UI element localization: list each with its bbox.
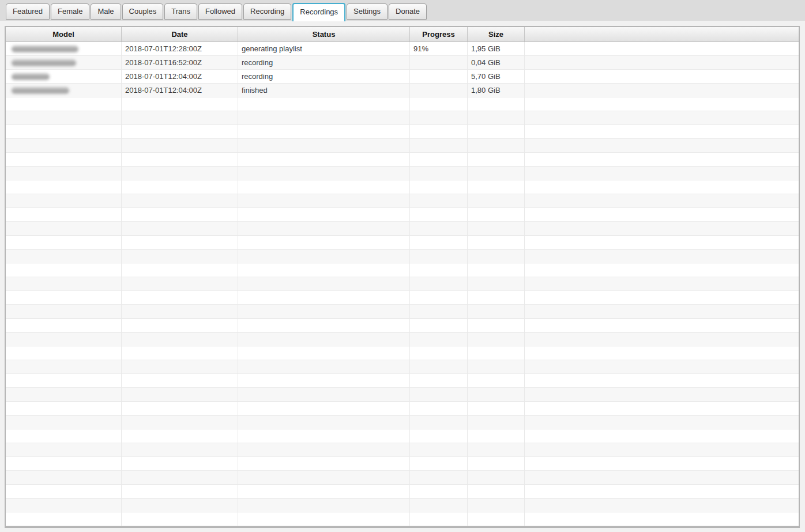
cell-size bbox=[468, 263, 525, 277]
cell-progress bbox=[410, 194, 468, 208]
model-name-redacted bbox=[12, 73, 50, 80]
cell-date: 2018-07-01T12:04:00Z bbox=[122, 70, 238, 84]
cell-model bbox=[6, 499, 122, 512]
cell-size bbox=[468, 250, 525, 263]
cell-model bbox=[6, 346, 122, 360]
tab-donate[interactable]: Donate bbox=[389, 3, 427, 20]
cell-progress bbox=[410, 429, 468, 443]
cell-filler bbox=[525, 443, 799, 457]
column-header-model[interactable]: Model bbox=[6, 27, 122, 41]
cell-date bbox=[122, 416, 238, 429]
cell-filler bbox=[525, 416, 799, 429]
cell-progress bbox=[410, 291, 468, 305]
cell-size bbox=[468, 291, 525, 305]
table-row-empty bbox=[6, 471, 799, 485]
cell-date bbox=[122, 319, 238, 333]
cell-date bbox=[122, 139, 238, 153]
cell-status bbox=[238, 485, 410, 499]
cell-model bbox=[6, 236, 122, 250]
tab-settings[interactable]: Settings bbox=[347, 3, 388, 20]
cell-date bbox=[122, 153, 238, 167]
cell-model bbox=[6, 263, 122, 277]
cell-model bbox=[6, 443, 122, 457]
table-row[interactable]: 2018-07-01T16:52:00Zrecording0,04 GiB bbox=[6, 56, 799, 70]
cell-filler bbox=[525, 388, 799, 402]
column-header-progress[interactable]: Progress bbox=[410, 27, 468, 41]
column-header-status[interactable]: Status bbox=[238, 27, 410, 41]
cell-status bbox=[238, 402, 410, 416]
cell-filler bbox=[525, 485, 799, 499]
cell-date bbox=[122, 125, 238, 139]
table-row-empty bbox=[6, 153, 799, 167]
cell-date bbox=[122, 111, 238, 125]
cell-progress bbox=[410, 471, 468, 485]
cell-model bbox=[6, 97, 122, 111]
cell-progress bbox=[410, 346, 468, 360]
cell-status bbox=[238, 180, 410, 194]
column-header-size[interactable]: Size bbox=[468, 27, 525, 41]
cell-filler bbox=[525, 236, 799, 250]
cell-filler bbox=[525, 125, 799, 139]
table-row-empty bbox=[6, 457, 799, 471]
cell-date bbox=[122, 236, 238, 250]
cell-filler bbox=[525, 167, 799, 180]
cell-progress bbox=[410, 263, 468, 277]
tab-recordings[interactable]: Recordings bbox=[292, 3, 345, 21]
model-name-redacted bbox=[12, 46, 78, 52]
tab-followed[interactable]: Followed bbox=[198, 3, 242, 20]
cell-size: 1,80 GiB bbox=[468, 84, 525, 97]
cell-size bbox=[468, 319, 525, 333]
cell-date bbox=[122, 250, 238, 263]
cell-progress bbox=[410, 153, 468, 167]
cell-size bbox=[468, 222, 525, 236]
tab-male[interactable]: Male bbox=[91, 3, 121, 20]
cell-status: generating playlist bbox=[238, 42, 410, 56]
cell-status bbox=[238, 499, 410, 512]
cell-status: recording bbox=[238, 70, 410, 84]
table-row-empty bbox=[6, 346, 799, 360]
recordings-tab-content: ModelDateStatusProgressSize 2018-07-01T1… bbox=[0, 21, 805, 528]
cell-date bbox=[122, 388, 238, 402]
cell-progress bbox=[410, 236, 468, 250]
tab-couples[interactable]: Couples bbox=[122, 3, 164, 20]
cell-size bbox=[468, 305, 525, 319]
table-row-empty bbox=[6, 167, 799, 180]
cell-progress bbox=[410, 388, 468, 402]
table-row-empty bbox=[6, 416, 799, 429]
table-row-empty bbox=[6, 111, 799, 125]
cell-progress bbox=[410, 167, 468, 180]
cell-date bbox=[122, 512, 238, 526]
cell-model bbox=[6, 277, 122, 291]
cell-filler bbox=[525, 291, 799, 305]
cell-status bbox=[238, 277, 410, 291]
cell-date bbox=[122, 402, 238, 416]
table-row[interactable]: 2018-07-01T12:04:00Zfinished1,80 GiB bbox=[6, 84, 799, 97]
cell-date bbox=[122, 194, 238, 208]
cell-date bbox=[122, 222, 238, 236]
tab-bar: FeaturedFemaleMaleCouplesTransFollowedRe… bbox=[0, 0, 805, 21]
cell-progress bbox=[410, 277, 468, 291]
tab-recording[interactable]: Recording bbox=[243, 3, 291, 20]
cell-status bbox=[238, 346, 410, 360]
cell-size bbox=[468, 512, 525, 526]
tab-featured[interactable]: Featured bbox=[6, 3, 50, 20]
cell-date bbox=[122, 263, 238, 277]
table-row-empty bbox=[6, 333, 799, 346]
tab-female[interactable]: Female bbox=[51, 3, 89, 20]
cell-filler bbox=[525, 70, 799, 84]
cell-date bbox=[122, 374, 238, 388]
table-row[interactable]: 2018-07-01T12:28:00Zgenerating playlist9… bbox=[6, 42, 799, 56]
cell-size bbox=[468, 429, 525, 443]
table-row[interactable]: 2018-07-01T12:04:00Zrecording5,70 GiB bbox=[6, 70, 799, 84]
cell-size bbox=[468, 125, 525, 139]
cell-progress bbox=[410, 457, 468, 471]
column-header-date[interactable]: Date bbox=[122, 27, 238, 41]
model-name-redacted bbox=[12, 87, 69, 94]
cell-size bbox=[468, 471, 525, 485]
table-row-empty bbox=[6, 277, 799, 291]
cell-date bbox=[122, 167, 238, 180]
tab-trans[interactable]: Trans bbox=[164, 3, 197, 20]
column-header-filler bbox=[525, 27, 799, 41]
cell-progress bbox=[410, 208, 468, 222]
cell-status bbox=[238, 236, 410, 250]
